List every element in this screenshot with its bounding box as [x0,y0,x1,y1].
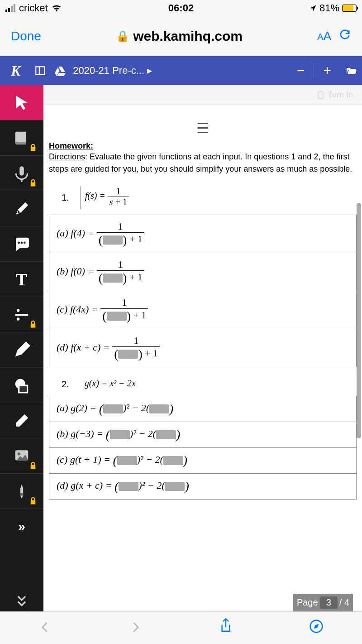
signal-icon [5,4,15,12]
lock-icon [29,144,37,152]
tool-sidebar: T » [0,85,43,611]
problem-2: 2. g(x) = x² − 2x (a) g(2) = ()² − 2() (… [49,378,357,500]
doc-header: Turn In [43,85,362,105]
signature-tool[interactable] [0,474,43,509]
text-scale-button[interactable]: AAAA [317,29,331,43]
svg-point-2 [18,241,20,244]
p1-row-a: (a) f(4) = 1() + 1 [49,215,357,253]
safari-compass-button[interactable] [309,619,324,637]
problem-1-table: (a) f(4) = 1() + 1 (b) f(0) = 1() + 1 (c… [49,215,357,367]
p2-row-d: (d) g(x + c) = ()² − 2() [49,474,357,500]
lock-icon [29,497,37,505]
gdrive-icon[interactable] [53,63,67,78]
collapse-sidebar[interactable] [0,589,43,611]
p1-row-c: (c) f(4x) = 1() + 1 [49,291,357,329]
file-name-label[interactable]: 2020-21 Pre-c... ▸ [73,65,152,77]
equation-tool[interactable] [0,297,43,332]
status-bar: cricket 06:02 81% [0,0,362,16]
status-right: 81% [310,2,357,14]
lock-icon: 🔒 [116,30,129,43]
problem-2-table: (a) g(2) = ()² − 2() (b) g(−3) = ()² − 2… [49,396,357,500]
lock-icon [29,461,37,470]
highlight-tool[interactable] [0,191,43,226]
select-tool[interactable] [0,85,43,120]
lock-icon [29,179,37,187]
problem-1-number: 1. [62,192,69,203]
page-indicator[interactable]: Page 3 / 4 [293,594,353,611]
more-tools[interactable]: » [0,509,43,544]
browser-bar: Done 🔒 web.kamihq.com AAAA [0,16,362,56]
url-area[interactable]: 🔒 web.kamihq.com [48,29,310,44]
battery-icon [342,5,357,12]
browser-bottom-bar [0,611,362,644]
shapes-tool[interactable] [0,368,43,403]
directions-text: Directions: Evaluate the given functions… [49,151,357,175]
problem-1-function: f(s) = 1s + 1 [80,186,129,209]
problem-2-number: 2. [62,379,69,389]
url-label: web.kamihq.com [133,29,243,44]
p1-row-d: (d) f(x + c) = 1() + 1 [49,329,357,367]
homework-title: Homework: [49,141,93,150]
wifi-icon [52,5,62,12]
location-icon [310,5,317,12]
toolbar-divider [314,62,314,79]
turn-in-button[interactable]: Turn In [317,90,353,100]
problem-2-function: g(x) = x² − 2x [80,378,136,390]
app-toolbar: K 2020-21 Pre-c... ▸ − + [0,56,362,85]
svg-rect-9 [19,385,28,393]
carrier-label: cricket [19,2,48,14]
status-left: cricket [5,2,62,14]
svg-point-3 [21,241,23,244]
document-viewport[interactable]: Turn In ☰ Homework: Directions: Evaluate… [43,85,362,611]
done-button[interactable]: Done [11,29,41,43]
svg-point-5 [17,309,19,312]
share-button[interactable] [219,618,233,638]
forward-button[interactable] [129,620,142,636]
open-folder-button[interactable] [344,63,358,78]
svg-point-4 [24,241,26,244]
lock-icon [29,320,37,328]
dictionary-tool[interactable] [0,120,43,156]
svg-rect-13 [318,91,323,98]
time-label: 06:02 [168,2,194,14]
scrollbar[interactable] [357,203,361,438]
svg-point-11 [18,452,20,455]
svg-rect-0 [36,67,45,74]
zoom-out-button[interactable]: − [293,63,309,78]
image-tool[interactable] [0,438,43,474]
page-total: / 4 [339,597,349,608]
page-current[interactable]: 3 [320,596,338,609]
p2-row-b: (b) g(−3) = ()² − 2() [49,422,357,448]
p1-row-b: (b) f(0) = 1() + 1 [49,253,357,291]
kami-logo[interactable]: K [4,62,28,79]
svg-rect-12 [20,493,23,495]
back-button[interactable] [38,620,52,636]
comment-tool[interactable] [0,226,43,262]
eraser-tool[interactable] [0,403,43,438]
zoom-in-button[interactable]: + [319,63,335,78]
panel-toggle-icon[interactable] [33,63,48,78]
refresh-button[interactable] [338,28,351,44]
p2-row-c: (c) g(t + 1) = ()² − 2() [49,448,357,474]
text-to-speech-tool[interactable] [0,156,43,191]
drawing-tool[interactable] [0,332,43,368]
text-tool[interactable]: T [0,262,43,297]
p2-row-a: (a) g(2) = ()² − 2() [49,396,357,422]
doc-menu-icon[interactable]: ☰ [49,111,357,141]
svg-point-6 [17,317,19,320]
battery-pct-label: 81% [319,2,339,14]
problem-1: 1. f(s) = 1s + 1 (a) f(4) = 1() + 1 (b) … [49,186,357,367]
